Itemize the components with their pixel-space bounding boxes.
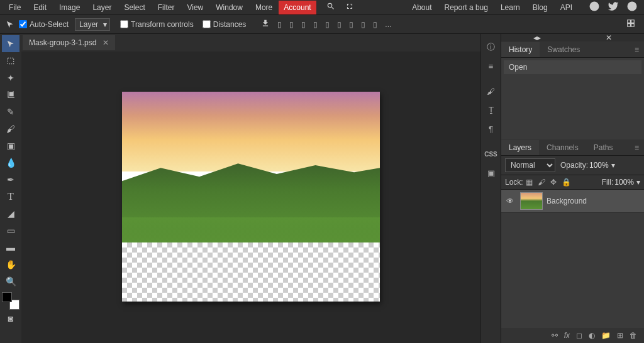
marquee-tool[interactable] (2, 52, 19, 69)
align-top-icon[interactable]: ▯ (309, 20, 321, 29)
new-layer-icon[interactable]: ⊞ (614, 331, 626, 340)
canvas-area[interactable] (21, 52, 480, 343)
menu-file[interactable]: File (3, 1, 27, 14)
search-icon[interactable] (321, 0, 340, 15)
css-panel-icon[interactable]: CSS (483, 146, 499, 162)
menu-edit[interactable]: Edit (27, 1, 53, 14)
twitter-icon[interactable] (604, 1, 623, 14)
close-tab-icon[interactable]: ✕ (103, 38, 109, 47)
layers-tab[interactable]: Layers (501, 140, 539, 155)
distribute-spacing-icon[interactable]: ▯ (369, 20, 381, 29)
nav-about[interactable]: About (406, 1, 438, 14)
auto-select-checkbox[interactable] (19, 20, 27, 28)
color-swatches[interactable] (2, 292, 19, 310)
distribute-h-icon[interactable]: ▯ (345, 20, 357, 29)
distances-checkbox[interactable] (203, 20, 211, 28)
opacity-label: Opacity: (560, 161, 588, 170)
transform-controls-checkbox[interactable] (120, 20, 128, 28)
grid-icon[interactable] (626, 19, 640, 30)
layers-footer: ⚯ fx ◻ ◐ 📁 ⊞ 🗑 (501, 328, 644, 343)
lock-pixels-icon[interactable]: 🖌 (535, 178, 548, 187)
layer-thumbnail[interactable] (520, 192, 543, 210)
blur-tool[interactable]: 💧 (2, 154, 19, 171)
stamp-tool[interactable]: ▣ (2, 137, 19, 154)
blend-mode-select[interactable]: Normal (505, 158, 555, 172)
info-icon[interactable]: ⓘ (483, 39, 499, 55)
character-panel-icon[interactable]: Ṯ (483, 102, 499, 118)
wand-tool[interactable]: ✦ (2, 69, 19, 86)
history-item[interactable]: Open (504, 60, 641, 74)
foreground-color-swatch[interactable] (2, 292, 12, 302)
layer-row[interactable]: 👁 Background (501, 190, 644, 213)
history-panel-body: Open (501, 58, 644, 139)
align-left-icon[interactable]: ▯ (274, 20, 286, 29)
fill-value[interactable]: 100% (614, 178, 634, 187)
menu-more[interactable]: More (249, 1, 279, 14)
nav-blog[interactable]: Blog (526, 1, 554, 14)
history-panel-menu-icon[interactable]: ≡ (630, 45, 644, 54)
pen-tool[interactable]: ✒ (2, 171, 19, 188)
menu-view[interactable]: View (180, 1, 209, 14)
align-middle-icon[interactable]: ▯ (321, 20, 333, 29)
delete-layer-icon[interactable]: 🗑 (626, 331, 640, 340)
canvas[interactable] (122, 92, 380, 302)
paragraph-panel-icon[interactable]: ¶ (483, 121, 499, 137)
image-panel-icon[interactable]: ▣ (483, 165, 499, 181)
eyedropper-tool[interactable]: ✎ (2, 103, 19, 120)
align-right-icon[interactable]: ▯ (297, 20, 309, 29)
fill-dropdown-icon[interactable]: ▾ (636, 178, 640, 187)
link-layers-icon[interactable]: ⚯ (548, 331, 561, 340)
layers-options-row: Normal Opacity: 100% ▾ (501, 156, 644, 175)
zoom-tool[interactable]: 🔍 (2, 273, 19, 290)
nav-api[interactable]: API (554, 1, 579, 14)
path-tool[interactable]: ◢ (2, 205, 19, 222)
download-icon[interactable] (257, 19, 274, 30)
adjustment-layer-icon[interactable]: ◐ (586, 331, 598, 340)
swatches-tab[interactable]: Swatches (540, 42, 587, 57)
align-center-h-icon[interactable]: ▯ (286, 20, 297, 29)
reddit-icon[interactable] (585, 1, 604, 14)
channels-tab[interactable]: Channels (539, 140, 586, 155)
layer-mask-icon[interactable]: ◻ (573, 331, 586, 340)
lock-position-icon[interactable]: ✥ (548, 178, 559, 187)
quickmask-tool[interactable]: ◙ (2, 310, 19, 327)
shape-tool[interactable]: ▭ (2, 222, 19, 239)
layer-visibility-icon[interactable]: 👁 (504, 197, 516, 205)
menu-image[interactable]: Image (53, 1, 86, 14)
svg-point-0 (590, 1, 599, 11)
menu-filter[interactable]: Filter (152, 1, 181, 14)
history-tab[interactable]: History (501, 42, 540, 57)
opacity-value[interactable]: 100% (589, 161, 609, 170)
lock-all-icon[interactable]: 🔒 (559, 178, 574, 187)
gradient-tool[interactable]: ▬ (2, 239, 19, 256)
menu-window[interactable]: Window (209, 1, 249, 14)
brush-tool[interactable]: 🖌 (2, 120, 19, 137)
settings-icon[interactable]: ≡ (483, 58, 499, 74)
brush-panel-icon[interactable]: 🖌 (483, 83, 499, 99)
menu-account[interactable]: Account (279, 1, 316, 14)
new-folder-icon[interactable]: 📁 (598, 331, 614, 340)
nav-report-bug[interactable]: Report a bug (438, 1, 494, 14)
layer-effects-icon[interactable]: fx (561, 331, 573, 340)
panel-collapse-handle[interactable]: ◂▸✕ (501, 34, 644, 41)
nav-learn[interactable]: Learn (494, 1, 526, 14)
layer-dropdown[interactable]: Layer (75, 18, 110, 31)
fill-label: Fill: (602, 178, 614, 187)
facebook-icon[interactable] (623, 1, 641, 14)
paths-tab[interactable]: Paths (586, 140, 621, 155)
layer-name[interactable]: Background (547, 197, 587, 205)
crop-tool[interactable] (2, 86, 19, 103)
move-tool[interactable] (2, 35, 19, 52)
hand-tool[interactable]: ✋ (2, 256, 19, 273)
fullscreen-icon[interactable] (340, 0, 359, 15)
opacity-dropdown-icon[interactable]: ▾ (611, 161, 615, 170)
align-bottom-icon[interactable]: ▯ (333, 20, 345, 29)
menu-layer[interactable]: Layer (86, 1, 118, 14)
distribute-v-icon[interactable]: ▯ (357, 20, 369, 29)
layers-panel-menu-icon[interactable]: ≡ (630, 143, 644, 152)
menu-select[interactable]: Select (118, 1, 151, 14)
type-tool[interactable]: T (2, 188, 19, 205)
lock-transparency-icon[interactable]: ▦ (523, 178, 535, 187)
options-more[interactable]: ... (381, 20, 395, 29)
file-tab[interactable]: Mask-group-3-1.psd ✕ (23, 35, 115, 50)
